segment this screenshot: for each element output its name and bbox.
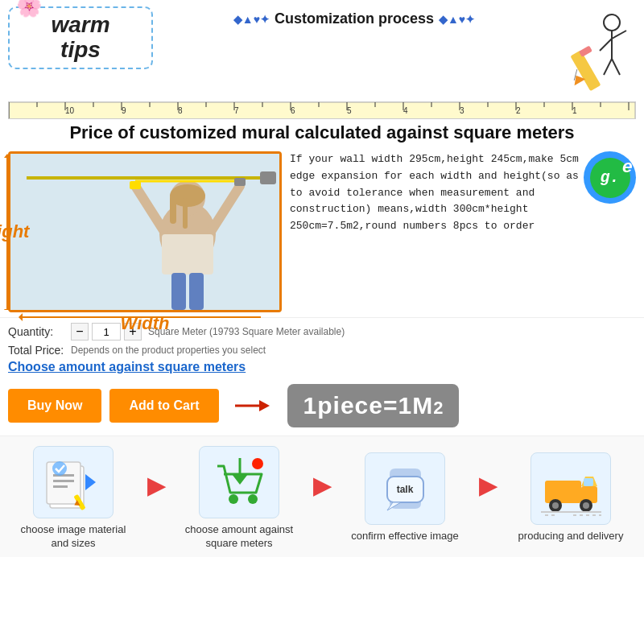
svg-point-90 [552,502,559,509]
customization-title: ◆▲♥✦ Customization process ◆▲♥✦ [153,6,555,27]
badge-sup: 2 [433,398,443,419]
choose-text: Choose amount against square meters [8,360,636,374]
pencil-svg [564,6,636,95]
svg-rect-50 [170,196,176,224]
svg-text:4: 4 [403,106,408,115]
svg-text:3: 3 [460,106,464,115]
svg-rect-51 [183,198,188,229]
svg-rect-59 [234,178,246,186]
svg-point-81 [252,458,263,469]
step-2-label: choose amount against square meters [183,523,295,551]
wall-image [10,154,279,310]
bottom-arrow-svg [19,310,261,324]
total-row: Total Price: Depends on the product prop… [8,344,636,357]
total-value: Depends on the product properties you se… [71,345,266,356]
svg-text:6: 6 [291,106,295,115]
example-section: e g. If your wall width 295cm,height 245… [290,151,636,235]
warm-tips-box: 🌸 warm tips [8,6,153,69]
step-3-icon-box: talk [365,452,445,525]
step-4: producing and delivery [514,452,627,543]
eg-letter-e: e [622,154,633,182]
cart-icon [209,454,270,510]
document-icon [43,454,104,510]
measurement-image: Height Width [8,151,282,312]
qty-info: Square Meter (19793 Square Meter availab… [148,326,345,337]
step-1: choose image material and sizes [17,446,130,551]
svg-line-4 [604,59,612,75]
qty-row: Quantity: − + Square Meter (19793 Square… [8,323,636,341]
svg-rect-85 [545,481,581,503]
svg-text:10: 10 [65,106,75,115]
quantity-section: Quantity: − + Square Meter (19793 Square… [0,317,644,384]
steps-section: choose image material and sizes ▶ choose… [0,436,644,557]
svg-point-74 [52,461,67,476]
step-1-icon-box [33,446,114,518]
flower-decoration: 🌸 [16,0,42,19]
svg-line-5 [612,59,620,75]
svg-rect-88 [584,478,593,486]
qty-input[interactable] [92,323,121,341]
step-arrow-3: ▶ [479,473,497,499]
svg-text:5: 5 [347,106,352,115]
truck-icon [541,460,601,517]
badge-arrow-svg [231,390,271,422]
svg-text:9: 9 [122,106,126,115]
add-to-cart-button[interactable]: Add to Cart [109,389,218,423]
svg-text:7: 7 [234,106,239,115]
svg-line-2 [600,39,612,51]
total-label: Total Price: [8,344,64,357]
step-4-label: producing and delivery [518,530,624,543]
eg-outer-circle: e g. [584,151,636,204]
svg-rect-71 [53,480,74,482]
step-arrow-1: ▶ [147,473,165,499]
svg-text:2: 2 [516,106,521,115]
action-section: Buy Now Add to Cart 1piece=1M2 [0,384,644,427]
chat-icon: talk [375,460,436,517]
price-title: Price of customized mural calculated aga… [8,122,636,143]
deco-stars-left: ◆▲♥✦ [233,13,270,26]
svg-rect-46 [260,171,276,184]
svg-rect-56 [189,273,204,310]
svg-rect-55 [171,273,186,310]
svg-marker-64 [19,313,23,321]
top-header: 🌸 warm tips ◆▲♥✦ Customization process ◆… [8,6,636,98]
svg-line-3 [612,31,626,39]
quantity-label: Quantity: [8,325,64,338]
qty-decrease-button[interactable]: − [71,323,89,341]
step-arrow-2: ▶ [313,473,331,499]
step-3: talk confirm effective image [349,452,461,543]
step-2: choose amount against square meters [183,446,295,551]
badge-text: 1piece=1M [303,392,434,419]
wall-svg [10,154,279,310]
step-3-label: confirm effective image [351,530,458,543]
deco-stars-right: ◆▲♥✦ [439,13,475,26]
buy-now-button[interactable]: Buy Now [8,389,101,423]
step-2-icon-box [199,446,279,518]
svg-marker-80 [232,474,248,485]
svg-rect-72 [53,485,68,488]
svg-rect-10 [9,102,635,119]
pencil-figure [555,6,636,98]
warm-tips-text: warm tips [19,13,142,63]
top-section: 🌸 warm tips ◆▲♥✦ Customization process ◆… [0,0,644,143]
middle-section: Height Width e g. If your wall width 295… [0,147,644,317]
ruler-bar: // inline rendering skipped - draw via S… [8,101,636,119]
left-arrow-svg [4,154,10,310]
ruler-svg: // inline rendering skipped - draw via S… [9,102,635,119]
svg-point-77 [229,494,238,504]
svg-text:8: 8 [178,106,183,115]
svg-marker-61 [4,154,10,158]
step-4-icon-box [530,452,611,525]
eg-badge: e g. [584,151,636,204]
svg-marker-67 [259,400,270,411]
svg-marker-73 [85,474,96,490]
svg-point-78 [248,494,258,504]
svg-point-92 [583,502,589,509]
svg-rect-54 [162,234,213,275]
svg-marker-62 [4,309,10,310]
step-1-label: choose image material and sizes [17,523,130,551]
svg-text:talk: talk [396,484,413,495]
svg-point-0 [604,14,620,31]
one-piece-badge: 1piece=1M2 [287,384,460,427]
svg-text:1: 1 [572,106,577,115]
